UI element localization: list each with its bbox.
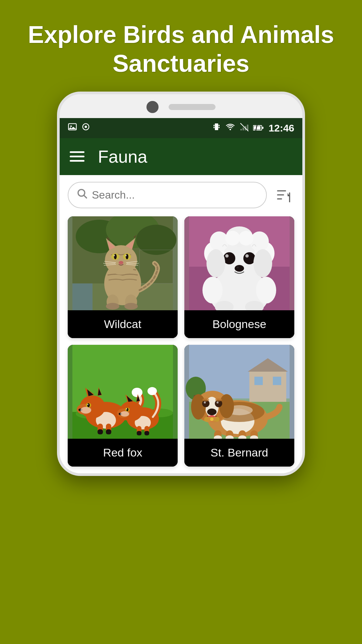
svg-point-68 — [225, 231, 240, 246]
svg-point-66 — [250, 231, 269, 252]
svg-rect-10 — [240, 129, 242, 130]
svg-rect-56 — [72, 283, 93, 310]
svg-rect-7 — [214, 127, 215, 128]
svg-point-43 — [114, 255, 115, 256]
svg-point-98 — [80, 407, 91, 414]
sort-button[interactable] — [272, 185, 294, 205]
svg-point-75 — [237, 266, 239, 268]
svg-line-20 — [84, 195, 87, 198]
svg-rect-120 — [144, 431, 149, 435]
svg-rect-17 — [262, 127, 263, 129]
phone-speaker — [169, 104, 216, 110]
svg-rect-119 — [137, 431, 141, 435]
svg-point-54 — [106, 303, 119, 310]
stbernard-image — [184, 345, 294, 439]
svg-rect-101 — [98, 429, 103, 434]
svg-rect-126 — [273, 377, 281, 385]
svg-point-77 — [253, 249, 272, 277]
phone-frame: 12:46 Fauna — [57, 92, 305, 476]
search-input-wrapper[interactable] — [68, 182, 267, 208]
bolognese-label: Bolognese — [184, 310, 294, 338]
svg-point-139 — [219, 394, 234, 418]
wildcat-image — [68, 216, 178, 310]
svg-rect-8 — [219, 127, 220, 128]
svg-point-76 — [206, 249, 225, 277]
search-icon — [76, 188, 88, 202]
no-signal-icon — [240, 122, 248, 134]
status-time: 12:46 — [268, 122, 294, 134]
status-icons-right: 12:46 — [212, 122, 294, 134]
svg-point-45 — [119, 261, 123, 264]
svg-rect-5 — [214, 125, 215, 126]
svg-point-144 — [202, 398, 209, 401]
svg-point-142 — [204, 401, 206, 404]
svg-point-9 — [230, 128, 231, 130]
svg-point-41 — [114, 254, 117, 259]
app-bar: Fauna — [60, 138, 302, 175]
status-icons-left — [68, 122, 90, 134]
svg-point-116 — [120, 411, 129, 417]
image-icon — [68, 122, 77, 134]
wildcat-label: Wildcat — [68, 310, 178, 338]
animal-card-redfox[interactable]: Red fox — [68, 345, 178, 467]
status-bar: 12:46 — [60, 118, 302, 138]
svg-point-42 — [126, 254, 128, 259]
svg-point-3 — [85, 126, 87, 128]
phone-top-bar — [60, 94, 302, 118]
svg-point-143 — [217, 401, 219, 404]
search-input[interactable] — [92, 189, 258, 201]
redfox-label: Red fox — [68, 439, 178, 467]
page-title: Explore Birds and Animals Sanctuaries — [0, 0, 362, 92]
svg-point-95 — [87, 403, 90, 407]
svg-rect-11 — [243, 127, 244, 130]
svg-rect-123 — [249, 372, 286, 402]
svg-point-87 — [132, 388, 142, 397]
vibrate-icon — [212, 122, 221, 134]
svg-point-28 — [136, 225, 176, 255]
hamburger-menu-button[interactable] — [70, 151, 84, 162]
animal-grid: Wildcat — [68, 216, 294, 467]
bolognese-image — [184, 216, 294, 310]
svg-point-145 — [215, 398, 222, 401]
search-bar-row — [68, 182, 294, 208]
svg-rect-125 — [254, 377, 263, 385]
svg-point-65 — [210, 231, 229, 252]
svg-point-73 — [245, 254, 249, 258]
svg-rect-4 — [215, 123, 218, 130]
svg-point-69 — [239, 231, 253, 246]
svg-point-1 — [70, 125, 72, 127]
animal-card-bolognese[interactable]: Bolognese — [184, 216, 294, 338]
svg-point-105 — [147, 387, 157, 395]
svg-point-72 — [225, 254, 229, 258]
svg-point-60 — [202, 277, 223, 304]
svg-rect-16 — [254, 126, 260, 129]
svg-rect-6 — [219, 125, 220, 126]
animal-card-wildcat[interactable]: Wildcat — [68, 216, 178, 338]
svg-point-146 — [207, 409, 217, 415]
svg-point-44 — [125, 255, 127, 256]
svg-point-61 — [256, 277, 276, 304]
app-title: Fauna — [98, 147, 147, 167]
phone-camera — [146, 101, 159, 113]
svg-point-114 — [126, 408, 127, 409]
svg-point-138 — [191, 394, 206, 420]
svg-point-19 — [78, 190, 85, 196]
svg-point-157 — [210, 418, 214, 421]
redfox-image — [68, 345, 178, 439]
svg-rect-102 — [106, 429, 111, 434]
stbernard-label: St. Bernard — [184, 439, 294, 467]
svg-point-74 — [235, 265, 244, 272]
main-content: Wildcat — [60, 175, 302, 473]
battery-icon — [253, 123, 264, 133]
animal-card-stbernard[interactable]: St. Bernard — [184, 345, 294, 467]
wifi-icon — [226, 123, 235, 133]
svg-point-96 — [87, 404, 88, 405]
circle-icon — [81, 122, 90, 134]
svg-point-113 — [126, 408, 128, 411]
svg-point-55 — [124, 303, 138, 310]
